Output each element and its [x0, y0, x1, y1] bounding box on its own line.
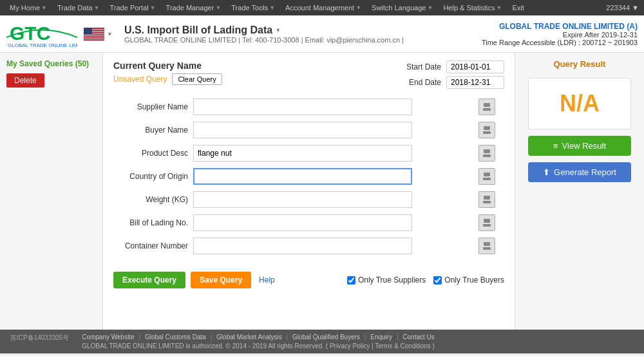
save-query-button[interactable]: Save Query [191, 272, 251, 288]
nav-switch-language-label: Switch Language [372, 4, 426, 12]
svg-rect-10 [483, 178, 491, 180]
nav-trade-manager[interactable]: Trade Manager ▼ [162, 2, 226, 14]
svg-rect-4 [483, 108, 491, 111]
end-date-label: End Date [399, 78, 441, 87]
nav-switch-language[interactable]: Switch Language ▼ [367, 2, 437, 14]
start-date-row: Start Date [399, 61, 504, 73]
only-true-suppliers-label[interactable]: Only True Suppliers [347, 276, 426, 285]
field-input-cell-buyer-name [191, 118, 473, 142]
field-icon-btn-weight-kg[interactable] [478, 191, 495, 208]
field-input-container-number[interactable] [193, 238, 412, 254]
clear-query-button[interactable]: Clear Query [172, 73, 222, 85]
nav-exit[interactable]: Exit [507, 2, 528, 14]
form-row-buyer-name: Buyer Name [113, 118, 504, 142]
field-icon-btn-country-of-origin[interactable] [478, 168, 495, 185]
unsaved-query-row: Unsaved Query Clear Query [113, 73, 222, 85]
field-icon-btn-buyer-name[interactable] [478, 122, 495, 138]
field-input-supplier-name[interactable] [193, 98, 412, 115]
field-icon-btn-bill-lading-no[interactable] [478, 214, 495, 231]
current-query-label: Current Query Name [113, 61, 222, 71]
help-link[interactable]: Help [259, 276, 275, 285]
footer-link-enquiry[interactable]: Enquiry [370, 333, 392, 341]
footer-link-contact[interactable]: Contact Us [402, 333, 434, 341]
result-box: N/A [528, 78, 631, 129]
form-row-weight-kg: Weight (KG) [113, 188, 504, 211]
field-input-country-of-origin[interactable] [193, 168, 412, 185]
footer-link-buyers[interactable]: Global Qualified Buyers [292, 333, 360, 341]
nav-help-statistics[interactable]: Help & Statistics ▼ [439, 2, 506, 14]
generate-report-icon: ⬆ [543, 167, 550, 177]
only-true-suppliers-text: Only True Suppliers [358, 276, 426, 285]
svg-rect-9 [484, 173, 490, 176]
view-result-button[interactable]: ≡ View Result [528, 136, 631, 156]
sep1: | [138, 333, 140, 341]
field-label-supplier-name: Supplier Name [113, 95, 191, 118]
header-left: GTC GLOBAL TRADE ONLINE LIMITED ▼ U.S. I… [6, 19, 404, 48]
footer-link-company[interactable]: Company Website [82, 333, 135, 341]
only-true-buyers-checkbox[interactable] [433, 276, 442, 285]
main-layout: My Saved Queries (50) Delete Current Que… [0, 53, 644, 330]
field-icon-btn-container-number[interactable] [478, 238, 495, 254]
footer-link-market[interactable]: Global Market Analysis [216, 333, 282, 341]
start-date-input[interactable] [446, 61, 504, 73]
field-input-cell-country-of-origin [191, 165, 473, 188]
action-row: Execute Query Save Query Help Only True … [113, 267, 504, 288]
only-true-suppliers-checkbox[interactable] [347, 276, 355, 285]
generate-report-button[interactable]: ⬆ Generate Report [528, 162, 631, 182]
svg-rect-15 [484, 242, 490, 246]
footer: 苏ICP备14033305号 Company Website | Global … [0, 330, 644, 353]
field-input-weight-kg[interactable] [193, 191, 412, 208]
only-true-buyers-label[interactable]: Only True Buyers [433, 276, 504, 285]
query-name-block: Current Query Name Unsaved Query Clear Q… [113, 61, 222, 85]
field-input-cell-container-number [191, 234, 473, 258]
country-flag-container[interactable]: ▼ [84, 28, 113, 41]
svg-rect-13 [484, 219, 490, 223]
svg-text:GTC: GTC [10, 23, 50, 44]
field-input-buyer-name[interactable] [193, 122, 412, 138]
date-block: Start Date End Date [399, 61, 504, 89]
field-icon-btn-product-desc[interactable] [478, 145, 495, 162]
nav-my-home-arrow: ▼ [41, 5, 47, 11]
sep3: | [287, 333, 289, 341]
unsaved-query-text: Unsaved Query [113, 75, 167, 84]
sep4: | [365, 333, 366, 341]
execute-query-button[interactable]: Execute Query [113, 272, 185, 288]
main-content: Current Query Name Unsaved Query Clear Q… [103, 53, 515, 330]
field-input-bill-lading-no[interactable] [193, 214, 412, 231]
expire-date: Expire After 2019-12-31 [482, 31, 638, 39]
end-date-input[interactable] [446, 76, 504, 89]
field-input-cell-supplier-name [191, 95, 473, 118]
nav-switch-language-arrow: ▼ [427, 5, 433, 11]
nav-account-management[interactable]: Account Management ▼ [281, 2, 366, 14]
view-result-icon: ≡ [553, 141, 558, 151]
only-true-buyers-text: Only True Buyers [444, 276, 504, 285]
footer-link-customs[interactable]: Global Customs Data [145, 333, 206, 341]
field-input-cell-bill-lading-no [191, 211, 473, 234]
delete-button[interactable]: Delete [6, 73, 44, 88]
svg-rect-7 [484, 149, 490, 153]
nav-my-home[interactable]: My Home ▼ [5, 2, 52, 14]
footer-copyright: GLOBAL TRADE ONLINE LIMITED is authorize… [82, 342, 435, 350]
field-label-product-desc: Product Desc [113, 142, 191, 165]
query-result-title: Query Result [554, 59, 606, 69]
svg-rect-6 [483, 131, 491, 134]
nav-help-statistics-label: Help & Statistics [443, 4, 495, 12]
nav-trade-tools[interactable]: Trade Tools ▼ [227, 2, 279, 14]
header-right: GLOBAL TRADE ONLINE LIMITED (A) Expire A… [482, 22, 638, 46]
generate-report-label: Generate Report [554, 167, 616, 177]
nav-trade-portal[interactable]: Trade Portal ▼ [106, 2, 160, 14]
nav-trade-data[interactable]: Trade Data ▼ [53, 2, 104, 14]
query-form: Supplier NameBuyer NameProduct DescCount… [113, 95, 504, 258]
sidebar: My Saved Queries (50) Delete [0, 53, 103, 330]
field-input-cell-weight-kg [191, 188, 473, 211]
svg-rect-8 [483, 155, 491, 157]
nav-account-management-arrow: ▼ [355, 5, 361, 11]
field-icon-btn-supplier-name[interactable] [478, 98, 495, 115]
field-label-bill-lading-no: Bill of Lading No. [113, 211, 191, 234]
nav-trade-tools-arrow: ▼ [269, 5, 275, 11]
field-label-container-number: Container Number [113, 234, 191, 258]
field-label-buyer-name: Buyer Name [113, 118, 191, 142]
logo: GTC GLOBAL TRADE ONLINE LIMITED [6, 19, 77, 48]
field-input-product-desc[interactable] [193, 145, 412, 162]
svg-rect-12 [483, 201, 491, 203]
